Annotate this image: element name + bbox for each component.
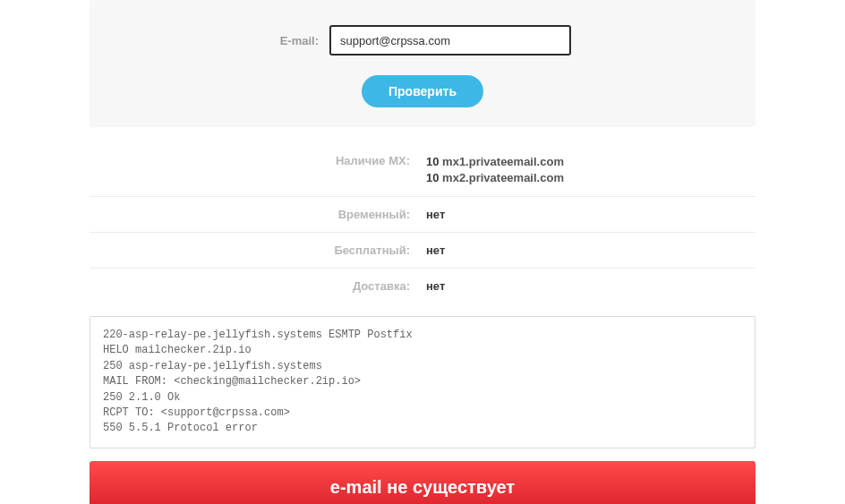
result-label-mx: Наличие MX: [90, 154, 422, 185]
email-label: E-mail: [274, 34, 319, 47]
result-value-delivery: нет [422, 279, 755, 293]
mx-record: 10 mx1.privateemail.com [426, 154, 755, 170]
result-label-free: Бесплатный: [90, 243, 422, 257]
page-root: E-mail: Проверить Наличие MX: 10 mx1.pri… [0, 0, 845, 504]
mx-priority: 10 [426, 155, 439, 168]
result-row-temporary: Временный: нет [90, 197, 755, 233]
mx-priority: 10 [426, 171, 439, 184]
result-value-temporary: нет [422, 208, 755, 221]
results-table: Наличие MX: 10 mx1.privateemail.com 10 m… [90, 143, 755, 303]
mx-host: mx2.privateemail.com [442, 171, 564, 184]
smtp-log: 220-asp-relay-pe.jellyfish.systems ESMTP… [90, 316, 755, 448]
mx-record: 10 mx2.privateemail.com [426, 170, 755, 186]
check-button[interactable]: Проверить [362, 75, 483, 107]
result-value-free: нет [422, 243, 755, 257]
mx-host: mx1.privateemail.com [442, 155, 564, 168]
submit-row: Проверить [107, 75, 738, 107]
email-row: E-mail: [107, 25, 738, 56]
result-label-delivery: Доставка: [90, 279, 422, 293]
email-check-form: E-mail: Проверить [90, 0, 755, 127]
result-row-delivery: Доставка: нет [90, 269, 755, 303]
status-banner: e-mail не существует [90, 461, 755, 504]
result-value-mx: 10 mx1.privateemail.com 10 mx2.privateem… [422, 154, 755, 185]
email-input[interactable] [329, 25, 571, 56]
result-row-mx: Наличие MX: 10 mx1.privateemail.com 10 m… [90, 143, 755, 197]
result-label-temporary: Временный: [90, 208, 422, 221]
result-row-free: Бесплатный: нет [90, 233, 755, 269]
